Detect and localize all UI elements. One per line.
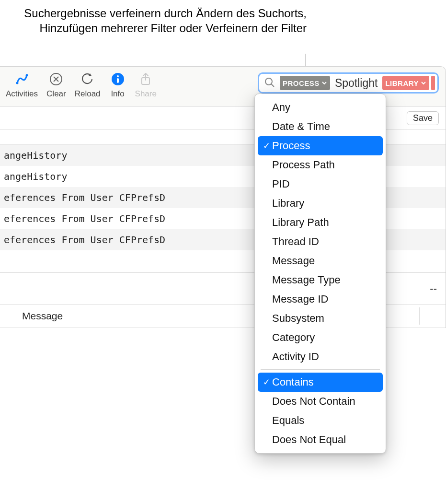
- svg-point-7: [265, 78, 272, 85]
- svg-point-1: [25, 74, 28, 77]
- dropdown-item[interactable]: Category: [255, 328, 386, 347]
- dropdown-item[interactable]: Library Path: [255, 213, 386, 232]
- dropdown-item-label: Library: [272, 197, 304, 210]
- reload-label: Reload: [75, 89, 101, 99]
- save-button[interactable]: Save: [407, 111, 439, 125]
- info-button[interactable]: Info: [109, 70, 126, 99]
- dropdown-item[interactable]: Process Path: [255, 155, 386, 175]
- dropdown-item[interactable]: Subsystem: [255, 309, 386, 328]
- search-field[interactable]: PROCESS Spotlight LIBRARY: [258, 72, 439, 94]
- dropdown-item-label: Message: [272, 255, 315, 267]
- dropdown-separator: [261, 369, 380, 370]
- info-label: Info: [111, 89, 124, 99]
- search-icon: [264, 77, 276, 89]
- share-label: Share: [135, 89, 157, 99]
- dropdown-item-label: Date & Time: [272, 120, 330, 133]
- dropdown-item[interactable]: ✓Contains: [258, 373, 383, 392]
- clear-icon: [47, 70, 65, 88]
- dropdown-item[interactable]: Does Not Equal: [255, 430, 386, 449]
- share-icon: [137, 70, 154, 88]
- column-separator[interactable]: [419, 307, 420, 325]
- search-value[interactable]: Spotlight: [332, 76, 381, 90]
- dropdown-item-label: Activity ID: [272, 351, 319, 363]
- details-placeholder: --: [430, 282, 437, 295]
- dropdown-item[interactable]: Date & Time: [255, 117, 386, 136]
- dropdown-item-label: Category: [272, 331, 315, 344]
- dropdown-item-label: PID: [272, 178, 290, 190]
- dropdown-item-label: Does Not Contain: [272, 395, 355, 408]
- activities-button[interactable]: Activities: [6, 70, 38, 99]
- dropdown-item-label: Message ID: [272, 293, 328, 305]
- dropdown-item[interactable]: Does Not Contain: [255, 392, 386, 411]
- filter-dropdown: AnyDate & Time✓ProcessProcess PathPIDLib…: [254, 94, 386, 454]
- dropdown-item[interactable]: Activity ID: [255, 347, 386, 366]
- activities-icon: [13, 70, 31, 88]
- dropdown-item-label: Any: [272, 101, 290, 114]
- dropdown-item[interactable]: Message ID: [255, 290, 386, 309]
- svg-point-0: [16, 82, 18, 84]
- reload-icon: [79, 70, 96, 88]
- dropdown-item-label: Subsystem: [272, 312, 324, 325]
- dropdown-item[interactable]: PID: [255, 175, 386, 194]
- check-icon: ✓: [261, 377, 272, 387]
- chevron-down-icon: [421, 80, 426, 86]
- dropdown-item-label: Library Path: [272, 216, 329, 229]
- activities-label: Activities: [6, 89, 38, 99]
- dropdown-item-label: Does Not Equal: [272, 434, 346, 446]
- dropdown-item[interactable]: ✓Process: [258, 136, 383, 155]
- dropdown-item[interactable]: Equals: [255, 411, 386, 430]
- filter-token-process[interactable]: PROCESS: [280, 76, 330, 90]
- dropdown-item-label: Process: [272, 140, 310, 152]
- svg-rect-5: [117, 78, 119, 83]
- filter-token-process-label: PROCESS: [283, 79, 320, 87]
- filter-token-library[interactable]: LIBRARY: [382, 76, 429, 90]
- dropdown-item[interactable]: Library: [255, 194, 386, 213]
- info-icon: [109, 70, 126, 88]
- column-header-label: Message: [22, 310, 63, 321]
- svg-line-8: [271, 84, 274, 87]
- dropdown-item[interactable]: Thread ID: [255, 232, 386, 251]
- dropdown-item-label: Equals: [272, 414, 304, 427]
- filter-token-tail: [431, 76, 435, 90]
- check-icon: ✓: [261, 141, 272, 151]
- dropdown-item-label: Contains: [272, 376, 314, 388]
- filter-token-library-label: LIBRARY: [385, 79, 419, 87]
- dropdown-item-label: Message Type: [272, 274, 341, 286]
- reload-button[interactable]: Reload: [75, 70, 101, 99]
- share-button: Share: [135, 70, 157, 99]
- dropdown-item[interactable]: Any: [255, 98, 386, 117]
- dropdown-item-label: Thread ID: [272, 235, 319, 248]
- callout-text: Suchergebnisse verfeinern durch Ändern d…: [0, 6, 307, 35]
- dropdown-item-label: Process Path: [272, 159, 335, 171]
- dropdown-item[interactable]: Message Type: [255, 270, 386, 290]
- dropdown-item[interactable]: Message: [255, 251, 386, 270]
- chevron-down-icon: [321, 80, 327, 86]
- svg-point-4: [117, 75, 119, 77]
- clear-button[interactable]: Clear: [46, 70, 66, 99]
- clear-label: Clear: [46, 89, 66, 99]
